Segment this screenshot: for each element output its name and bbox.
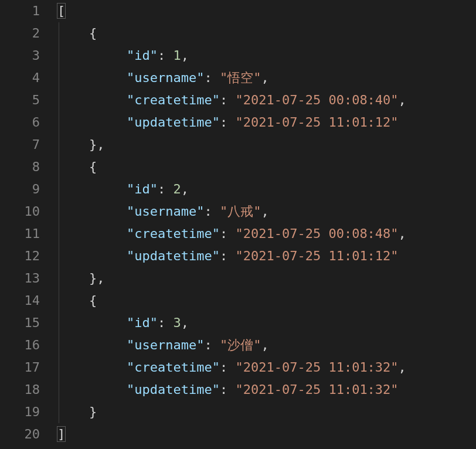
code-line: "username": "沙僧", (57, 334, 476, 356)
line-number-gutter: 1 2 3 4 5 6 7 8 9 10 11 12 13 14 15 16 1… (0, 0, 53, 449)
line-number: 13 (0, 267, 40, 290)
line-number: 1 (0, 0, 40, 22)
json-key-createtime: "createtime" (127, 360, 220, 375)
json-value-id: 3 (173, 315, 181, 330)
colon: : (204, 70, 220, 85)
object-open-brace: { (89, 26, 97, 40)
code-line: "createtime": "2021-07-25 11:01:32", (57, 356, 476, 379)
code-line: { (57, 22, 476, 45)
colon: : (158, 182, 174, 196)
comma: , (399, 360, 406, 375)
line-number: 14 (0, 290, 40, 312)
code-line: "id": 1, (57, 45, 476, 67)
line-number: 18 (0, 379, 40, 401)
line-number: 19 (0, 401, 40, 423)
line-number: 2 (0, 22, 40, 45)
json-value-createtime: "2021-07-25 00:08:40" (235, 93, 398, 107)
json-key-id: "id" (127, 48, 158, 63)
json-key-username: "username" (127, 338, 204, 352)
json-value-username: "八戒" (220, 204, 261, 219)
code-line: "id": 2, (57, 178, 476, 200)
code-line: }, (57, 134, 476, 156)
json-key-updatetime: "updatetime" (127, 249, 220, 263)
comma: , (181, 315, 189, 330)
code-line: "id": 3, (57, 312, 476, 334)
code-editor[interactable]: [ { "id": 1, "username": "悟空", "createti… (53, 0, 476, 449)
line-number: 3 (0, 45, 40, 67)
object-close-brace: } (89, 404, 97, 419)
json-key-id: "id" (127, 182, 158, 196)
line-number: 16 (0, 334, 40, 356)
code-line: "username": "八戒", (57, 200, 476, 223)
line-number: 12 (0, 245, 40, 267)
line-number: 11 (0, 223, 40, 245)
code-line: } (57, 401, 476, 423)
colon: : (220, 93, 236, 107)
json-key-updatetime: "updatetime" (127, 115, 220, 130)
json-value-username: "沙僧" (220, 338, 261, 352)
comma: , (261, 204, 268, 219)
line-number: 7 (0, 134, 40, 156)
code-line: "updatetime": "2021-07-25 11:01:12" (57, 245, 476, 267)
object-close-brace: }, (89, 271, 105, 285)
colon: : (158, 48, 174, 63)
code-line: { (57, 290, 476, 312)
comma: , (399, 93, 406, 107)
json-value-updatetime: "2021-07-25 11:01:32" (235, 382, 398, 397)
json-key-updatetime: "updatetime" (127, 382, 220, 397)
colon: : (220, 226, 236, 241)
line-number: 9 (0, 178, 40, 200)
line-number: 20 (0, 423, 40, 445)
code-line: "username": "悟空", (57, 67, 476, 89)
object-open-brace: { (89, 159, 97, 174)
colon: : (220, 360, 236, 375)
line-number: 10 (0, 200, 40, 223)
colon: : (220, 115, 236, 130)
line-number: 4 (0, 67, 40, 89)
line-number: 6 (0, 111, 40, 134)
code-line: "updatetime": "2021-07-25 11:01:12" (57, 111, 476, 134)
code-line: "updatetime": "2021-07-25 11:01:32" (57, 379, 476, 401)
line-number: 17 (0, 356, 40, 379)
array-open-bracket: [ (57, 3, 66, 19)
code-line: { (57, 156, 476, 178)
json-value-id: 1 (173, 48, 181, 63)
line-number: 8 (0, 156, 40, 178)
code-line: "createtime": "2021-07-25 00:08:48", (57, 223, 476, 245)
colon: : (220, 382, 236, 397)
code-line: "createtime": "2021-07-25 00:08:40", (57, 89, 476, 111)
colon: : (220, 249, 236, 263)
colon: : (204, 204, 220, 219)
colon: : (204, 338, 220, 352)
code-line: ] (57, 423, 476, 445)
json-key-createtime: "createtime" (127, 226, 220, 241)
code-line: }, (57, 267, 476, 290)
json-value-username: "悟空" (220, 70, 261, 85)
json-key-username: "username" (127, 204, 204, 219)
json-value-createtime: "2021-07-25 11:01:32" (235, 360, 398, 375)
json-key-createtime: "createtime" (127, 93, 220, 107)
comma: , (181, 48, 189, 63)
json-value-createtime: "2021-07-25 00:08:48" (235, 226, 398, 241)
json-value-id: 2 (173, 182, 181, 196)
line-number: 5 (0, 89, 40, 111)
line-number: 15 (0, 312, 40, 334)
json-key-username: "username" (127, 70, 204, 85)
object-close-brace: }, (89, 137, 105, 152)
comma: , (261, 70, 268, 85)
json-value-updatetime: "2021-07-25 11:01:12" (235, 115, 398, 130)
colon: : (158, 315, 174, 330)
object-open-brace: { (89, 293, 97, 308)
json-value-updatetime: "2021-07-25 11:01:12" (235, 249, 398, 263)
array-close-bracket: ] (57, 426, 66, 442)
comma: , (399, 226, 406, 241)
comma: , (181, 182, 189, 196)
code-line: [ (57, 0, 476, 22)
comma: , (261, 338, 268, 352)
json-key-id: "id" (127, 315, 158, 330)
